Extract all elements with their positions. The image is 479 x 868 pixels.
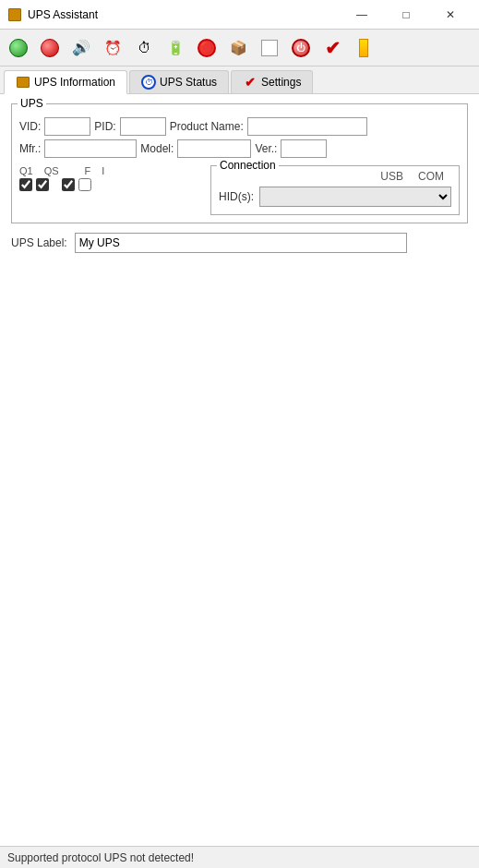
- q1-qs-pair: [19, 178, 49, 191]
- q1-label: Q1: [19, 165, 33, 176]
- no-entry-icon: 🚫: [198, 39, 216, 57]
- checkboxes-area: Q1 QS F I: [19, 165, 203, 215]
- tab-ups-status[interactable]: ⏱ UPS Status: [129, 70, 229, 93]
- vid-input[interactable]: [44, 117, 90, 136]
- main-content: UPS VID: PID: Product Name: Mfr.: Model:…: [0, 94, 479, 846]
- connection-title: Connection: [217, 159, 279, 172]
- ups-status-tab-icon: ⏱: [141, 75, 156, 90]
- mfr-input[interactable]: [44, 139, 137, 158]
- hid-select[interactable]: [259, 187, 451, 207]
- q1-checkbox[interactable]: [19, 178, 32, 191]
- f-i-pair: [62, 178, 91, 191]
- toolbar: 🔊 ⏰ ⏱ 🔋 🚫 📦 ⏻ ✔: [0, 30, 479, 66]
- model-label: Model:: [140, 142, 174, 155]
- tab-settings[interactable]: ✔ Settings: [231, 70, 313, 93]
- ver-label: Ver.:: [255, 142, 277, 155]
- group-inner: Q1 QS F I Connect: [19, 165, 460, 215]
- red-stop-icon: [41, 39, 59, 57]
- checkbox-labels-row: Q1 QS F I: [19, 165, 203, 176]
- vid-label: VID:: [19, 120, 41, 133]
- ups-label-text: UPS Label:: [11, 236, 67, 249]
- qs-checkbox[interactable]: [36, 178, 49, 191]
- hid-label: HID(s):: [219, 190, 254, 203]
- connection-protocol-labels: USB COM: [219, 170, 451, 183]
- ver-input[interactable]: [281, 139, 327, 158]
- cube-icon: 📦: [230, 40, 247, 56]
- mfr-model-row: Mfr.: Model: Ver.:: [19, 139, 460, 158]
- tab-ups-information[interactable]: UPS Information: [4, 70, 127, 94]
- connection-group-box: Connection USB COM HID(s):: [210, 165, 460, 215]
- checkbox-inputs-row: [19, 178, 203, 191]
- i-label: I: [102, 165, 104, 176]
- product-name-input[interactable]: [247, 117, 367, 136]
- ups-info-tab-icon: [16, 75, 30, 90]
- toolbar-battery[interactable]: 🔋: [161, 33, 190, 63]
- i-checkbox[interactable]: [78, 178, 91, 191]
- checkmark-icon: ✔: [325, 37, 341, 59]
- mfr-label: Mfr.:: [19, 142, 41, 155]
- speaker-icon: 🔊: [72, 39, 90, 56]
- status-text: Supported protocol UPS not detected!: [7, 851, 194, 864]
- ups-label-input[interactable]: [75, 233, 407, 253]
- toolbar-white-square[interactable]: [255, 33, 284, 63]
- toolbar-clock1[interactable]: ⏰: [98, 33, 127, 63]
- f-checkbox[interactable]: [62, 178, 75, 191]
- ups-group-box: UPS VID: PID: Product Name: Mfr.: Model:…: [11, 103, 468, 223]
- tab-settings-label: Settings: [261, 76, 301, 89]
- toolbar-clock2[interactable]: ⏱: [129, 33, 159, 63]
- settings-tab-icon: ✔: [243, 75, 257, 90]
- hid-row: HID(s):: [219, 187, 451, 207]
- green-power-icon: [9, 39, 28, 57]
- f-label: F: [85, 165, 91, 176]
- maximize-button[interactable]: □: [385, 4, 427, 26]
- pid-input[interactable]: [120, 117, 166, 136]
- toolbar-yellow-bar[interactable]: [349, 33, 378, 63]
- statusbar: Supported protocol UPS not detected!: [0, 846, 479, 868]
- com-label: COM: [418, 170, 444, 183]
- tabbar: UPS Information ⏱ UPS Status ✔ Settings: [0, 66, 479, 94]
- ups-label-row: UPS Label:: [11, 233, 468, 253]
- toolbar-green-power[interactable]: [4, 33, 33, 63]
- titlebar: UPS Assistant — □ ✕: [0, 0, 479, 30]
- usb-label: USB: [380, 170, 403, 183]
- clock2-icon: ⏱: [138, 40, 151, 55]
- app-icon: [7, 7, 22, 22]
- window-title: UPS Assistant: [28, 8, 341, 21]
- minimize-button[interactable]: —: [341, 4, 383, 26]
- yellow-bar-icon: [359, 39, 368, 57]
- window-controls: — □ ✕: [341, 4, 472, 26]
- tab-ups-status-label: UPS Status: [160, 76, 217, 89]
- toolbar-cube[interactable]: 📦: [223, 33, 253, 63]
- pid-label: PID:: [94, 120, 115, 133]
- white-square-icon: [261, 40, 278, 56]
- toolbar-checkmark[interactable]: ✔: [317, 33, 347, 63]
- clock1-icon: ⏰: [104, 40, 122, 56]
- vid-pid-row: VID: PID: Product Name:: [19, 117, 460, 136]
- toolbar-power-red[interactable]: ⏻: [286, 33, 316, 63]
- toolbar-speaker[interactable]: 🔊: [66, 33, 96, 63]
- model-input[interactable]: [177, 139, 251, 158]
- tab-ups-information-label: UPS Information: [34, 76, 115, 89]
- toolbar-no-entry[interactable]: 🚫: [192, 33, 222, 63]
- product-name-label: Product Name:: [170, 120, 244, 133]
- close-button[interactable]: ✕: [429, 4, 472, 26]
- ups-group-title: UPS: [18, 97, 46, 110]
- power-red-icon: ⏻: [292, 39, 310, 57]
- qs-label: QS: [44, 165, 59, 176]
- battery-icon: 🔋: [167, 40, 185, 56]
- toolbar-red-stop[interactable]: [35, 33, 65, 63]
